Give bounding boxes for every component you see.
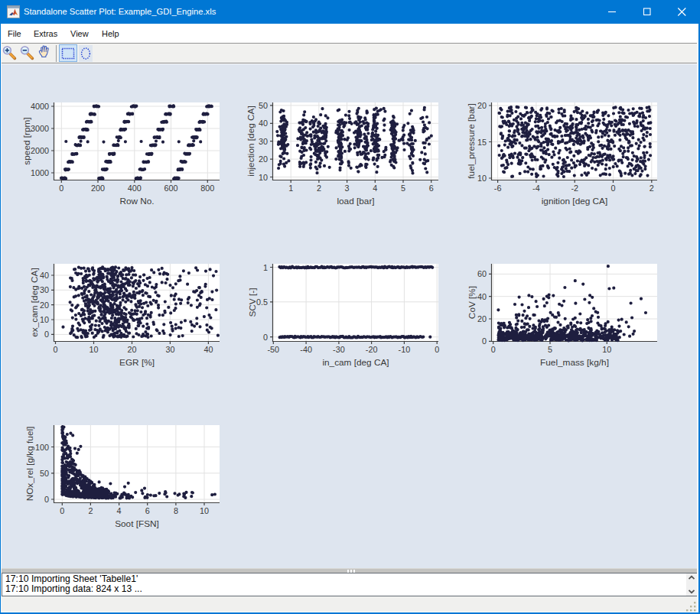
svg-text:4: 4 [373, 184, 377, 193]
svg-text:800: 800 [200, 184, 214, 193]
svg-text:50: 50 [259, 101, 268, 110]
svg-text:0: 0 [491, 345, 496, 354]
svg-text:6: 6 [429, 184, 434, 193]
svg-text:8: 8 [174, 506, 178, 515]
svg-text:-2: -2 [571, 184, 578, 193]
svg-text:20: 20 [477, 314, 487, 323]
svg-text:0: 0 [60, 506, 64, 515]
svg-text:-30: -30 [333, 345, 345, 354]
svg-text:0: 0 [44, 495, 49, 504]
svg-text:20: 20 [477, 101, 487, 110]
svg-text:6: 6 [145, 506, 150, 515]
svg-text:0: 0 [482, 336, 487, 346]
svg-text:3: 3 [345, 184, 350, 193]
svg-text:-20: -20 [366, 345, 378, 354]
svg-text:40: 40 [259, 119, 268, 128]
svg-text:0: 0 [435, 345, 439, 354]
svg-text:40: 40 [477, 292, 487, 301]
svg-text:EGR [%]: EGR [%] [119, 357, 155, 368]
svg-text:0: 0 [44, 330, 49, 339]
svg-text:20: 20 [259, 154, 268, 164]
svg-text:load [bar]: load [bar] [337, 196, 374, 206]
svg-text:-40: -40 [300, 345, 312, 354]
svg-text:20: 20 [127, 345, 136, 354]
svg-text:10: 10 [89, 345, 98, 354]
svg-text:0: 0 [263, 333, 268, 342]
svg-text:10: 10 [200, 506, 209, 515]
svg-text:1000: 1000 [31, 168, 49, 177]
svg-text:4: 4 [117, 506, 122, 515]
svg-text:10: 10 [40, 315, 49, 324]
svg-text:15: 15 [477, 138, 487, 147]
svg-text:5: 5 [401, 184, 405, 193]
svg-text:in_cam [deg CA]: in_cam [deg CA] [322, 357, 389, 368]
svg-text:Row No.: Row No. [119, 196, 154, 206]
svg-text:0: 0 [610, 184, 615, 193]
svg-text:60: 60 [477, 269, 487, 278]
svg-text:0.5: 0.5 [256, 297, 268, 307]
svg-text:10: 10 [259, 173, 268, 182]
svg-text:CoV [%]: CoV [%] [467, 286, 477, 319]
svg-text:speed [rpm]: speed [rpm] [21, 117, 32, 164]
svg-text:Fuel_mass [kg/h]: Fuel_mass [kg/h] [540, 357, 609, 368]
svg-text:1: 1 [288, 184, 293, 193]
svg-text:-6: -6 [494, 184, 502, 193]
svg-text:50: 50 [40, 469, 49, 478]
svg-text:40: 40 [203, 345, 213, 354]
svg-text:fuel_pressure [bar]: fuel_pressure [bar] [466, 103, 477, 178]
svg-text:20: 20 [40, 301, 49, 310]
svg-text:30: 30 [165, 345, 174, 354]
svg-text:5: 5 [548, 345, 552, 354]
svg-text:10: 10 [602, 345, 611, 354]
svg-text:400: 400 [128, 184, 142, 193]
svg-text:10: 10 [477, 174, 487, 183]
svg-text:4000: 4000 [31, 102, 49, 111]
svg-text:2000: 2000 [31, 146, 49, 155]
svg-text:40: 40 [40, 271, 49, 280]
svg-text:-4: -4 [532, 184, 540, 193]
svg-text:600: 600 [164, 184, 177, 193]
svg-text:200: 200 [91, 184, 105, 193]
svg-text:ignition [deg CA]: ignition [deg CA] [542, 196, 608, 206]
svg-text:30: 30 [259, 137, 268, 146]
svg-text:2: 2 [650, 184, 654, 193]
svg-text:SCV [-]: SCV [-] [247, 288, 258, 317]
svg-text:2: 2 [88, 506, 93, 515]
svg-text:1: 1 [263, 263, 268, 272]
svg-text:2: 2 [317, 184, 321, 193]
svg-text:NOx_rel [g/kg fuel]: NOx_rel [g/kg fuel] [24, 427, 35, 502]
svg-text:3000: 3000 [31, 124, 49, 133]
svg-text:ex_cam [deg CA]: ex_cam [deg CA] [29, 268, 40, 337]
svg-text:0: 0 [59, 184, 63, 193]
svg-text:100: 100 [35, 443, 49, 452]
svg-text:0: 0 [53, 345, 57, 354]
svg-text:-50: -50 [267, 345, 279, 354]
svg-text:Soot [FSN]: Soot [FSN] [115, 518, 159, 529]
svg-text:injection [deg CA]: injection [deg CA] [246, 106, 256, 176]
svg-text:-10: -10 [399, 345, 411, 354]
svg-text:30: 30 [40, 285, 49, 294]
